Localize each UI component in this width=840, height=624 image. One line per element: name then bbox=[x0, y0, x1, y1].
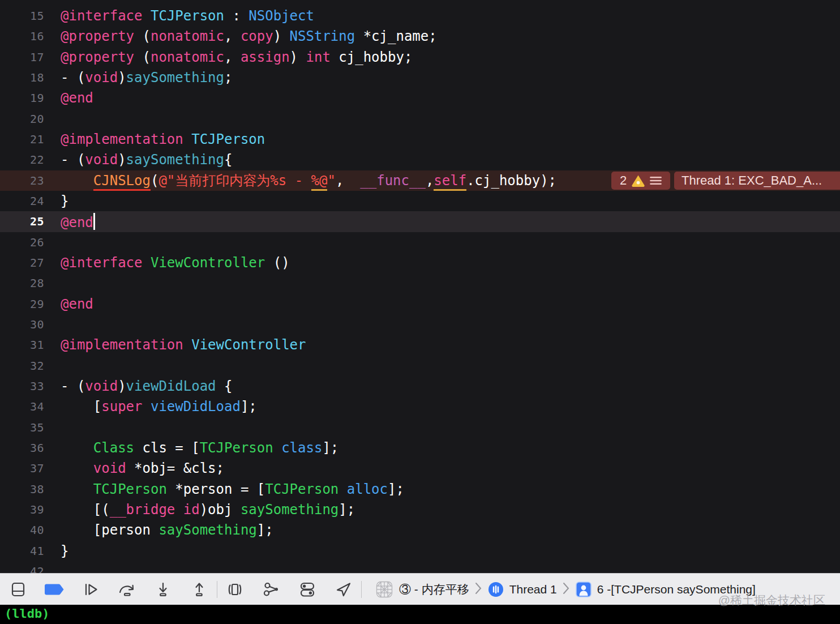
code-line-row[interactable]: 21@implementation TCJPerson bbox=[0, 129, 840, 149]
toolbar-divider bbox=[217, 581, 217, 598]
person-icon bbox=[575, 581, 592, 598]
warning-icon bbox=[631, 174, 645, 187]
step-out-icon bbox=[190, 580, 208, 599]
simulate-location-button[interactable] bbox=[332, 578, 355, 601]
debug-controls bbox=[7, 578, 211, 601]
environment-overrides-button[interactable] bbox=[296, 578, 319, 601]
line-number: 30 bbox=[0, 318, 44, 331]
issue-count-badge[interactable]: 2 bbox=[611, 172, 670, 190]
debug-breadcrumb: ③ - 内存平移 Thread 1 6 -[TCJPerson saySomet… bbox=[375, 580, 756, 599]
code-line-row[interactable]: 41} bbox=[0, 540, 840, 561]
code-line-row[interactable]: 34 [super viewDidLoad]; bbox=[0, 396, 840, 417]
line-number: 39 bbox=[0, 503, 44, 516]
line-number: 38 bbox=[0, 482, 44, 496]
issue-count: 2 bbox=[620, 173, 627, 188]
watermark-text: @稀土掘金技术社区 bbox=[718, 592, 825, 608]
lldb-prompt: (lldb) bbox=[0, 605, 840, 621]
step-into-icon bbox=[154, 580, 172, 599]
code-line-row[interactable]: 42 bbox=[0, 561, 840, 573]
code-line-row[interactable]: 29@end bbox=[0, 294, 840, 314]
chevron-right-icon bbox=[563, 582, 569, 597]
code-editor[interactable]: 1415@interface TCJPerson : NSObject16@pr… bbox=[0, 0, 840, 573]
process-crumb[interactable]: ③ - 内存平移 bbox=[375, 580, 469, 599]
location-icon bbox=[335, 580, 353, 599]
line-number: 41 bbox=[0, 544, 44, 558]
thread-label: Thread 1 bbox=[509, 583, 557, 596]
line-number: 18 bbox=[0, 71, 44, 84]
code-line-row[interactable]: 20 bbox=[0, 109, 840, 129]
code-text: @end bbox=[44, 296, 93, 312]
thread-crumb[interactable]: Thread 1 bbox=[487, 581, 557, 598]
code-line-row[interactable]: 40 [person saySomething]; bbox=[0, 520, 840, 540]
code-line-row[interactable]: 23 CJNSLog(@"当前打印内容为%s - %@", __func__,s… bbox=[0, 170, 840, 191]
step-out-button[interactable] bbox=[188, 578, 211, 601]
code-line-row[interactable]: 36 Class cls = [TCJPerson class]; bbox=[0, 438, 840, 458]
line-number: 34 bbox=[0, 400, 44, 413]
code-line-row[interactable]: 38 TCJPerson *person = [TCJPerson alloc]… bbox=[0, 478, 840, 499]
code-text: } bbox=[44, 543, 68, 559]
code-line-row[interactable]: 33- (void)viewDidLoad { bbox=[0, 376, 840, 396]
environment-overrides-icon bbox=[298, 580, 316, 599]
toggle-debug-area-button[interactable] bbox=[7, 578, 29, 601]
code-line-row[interactable]: 35 bbox=[0, 417, 840, 438]
toolbar-divider bbox=[361, 581, 362, 598]
code-text: @implementation ViewController bbox=[44, 337, 306, 353]
code-text: @property (nonatomic, copy) NSString *cj… bbox=[44, 28, 437, 44]
code-line-row[interactable]: 39 [(__bridge id)obj saySomething]; bbox=[0, 499, 840, 520]
debug-tools bbox=[224, 578, 355, 601]
error-message-badge[interactable]: Thread 1: EXC_BAD_A... bbox=[674, 172, 840, 190]
memory-graph-button[interactable] bbox=[260, 578, 282, 601]
line-number: 26 bbox=[0, 236, 44, 249]
code-text: TCJPerson *person = [TCJPerson alloc]; bbox=[44, 481, 404, 497]
breakpoints-toggle-button[interactable] bbox=[43, 578, 66, 601]
line-number: 29 bbox=[0, 297, 44, 311]
code-text: @property (nonatomic, assign) int cj_hob… bbox=[44, 49, 412, 65]
code-text: [super viewDidLoad]; bbox=[44, 399, 257, 414]
line-number: 15 bbox=[0, 9, 44, 23]
code-line-row[interactable]: 17@property (nonatomic, assign) int cj_h… bbox=[0, 47, 840, 67]
step-over-icon bbox=[117, 580, 136, 599]
code-line-row[interactable]: 32 bbox=[0, 356, 840, 376]
continue-icon bbox=[82, 580, 100, 599]
code-text: @interface TCJPerson : NSObject bbox=[44, 8, 314, 24]
issue-menu-icon bbox=[650, 176, 662, 185]
line-number: 42 bbox=[0, 565, 44, 573]
code-text: - (void)saySomething{ bbox=[44, 152, 232, 168]
code-scroll: 1415@interface TCJPerson : NSObject16@pr… bbox=[0, 0, 840, 573]
line-number: 25 bbox=[0, 215, 44, 228]
code-text: [(__bridge id)obj saySomething]; bbox=[44, 502, 355, 518]
line-number: 32 bbox=[0, 359, 44, 373]
code-line-row[interactable]: 24} bbox=[0, 191, 840, 211]
code-line-row[interactable]: 19@end bbox=[0, 88, 840, 108]
code-text: @end bbox=[44, 213, 95, 230]
view-hierarchy-button[interactable] bbox=[224, 578, 246, 601]
code-line-row[interactable]: 28 bbox=[0, 273, 840, 293]
code-line-row[interactable]: 30 bbox=[0, 314, 840, 335]
code-line-row[interactable]: 14 bbox=[0, 0, 840, 6]
line-number: 28 bbox=[0, 276, 44, 290]
code-text: void *obj= &cls; bbox=[44, 460, 224, 476]
thread-icon bbox=[487, 581, 504, 598]
line-number: 35 bbox=[0, 421, 44, 434]
app-icon bbox=[375, 580, 394, 599]
line-number: 14 bbox=[0, 0, 44, 2]
breakpoint-icon bbox=[44, 582, 65, 597]
code-line-row[interactable]: 37 void *obj= &cls; bbox=[0, 458, 840, 478]
code-line-row[interactable]: 15@interface TCJPerson : NSObject bbox=[0, 6, 840, 26]
code-line-row[interactable]: 18- (void)saySomething; bbox=[0, 67, 840, 88]
code-line-row[interactable]: 27@interface ViewController () bbox=[0, 253, 840, 273]
code-text: Class cls = [TCJPerson class]; bbox=[44, 440, 338, 456]
line-number: 21 bbox=[0, 133, 44, 146]
xcode-debug-window: 1415@interface TCJPerson : NSObject16@pr… bbox=[0, 0, 840, 624]
step-over-button[interactable] bbox=[115, 578, 138, 601]
code-line-row[interactable]: 25@end bbox=[0, 211, 840, 232]
step-into-button[interactable] bbox=[152, 578, 174, 601]
continue-button[interactable] bbox=[79, 578, 102, 601]
code-text: @interface ViewController () bbox=[44, 255, 290, 271]
code-line-row[interactable]: 31@implementation ViewController bbox=[0, 335, 840, 355]
debug-console[interactable]: (lldb) bbox=[0, 605, 840, 624]
code-line-row[interactable]: 26 bbox=[0, 232, 840, 253]
code-line-row[interactable]: 16@property (nonatomic, copy) NSString *… bbox=[0, 26, 840, 46]
line-number: 31 bbox=[0, 338, 44, 352]
code-line-row[interactable]: 22- (void)saySomething{ bbox=[0, 149, 840, 170]
